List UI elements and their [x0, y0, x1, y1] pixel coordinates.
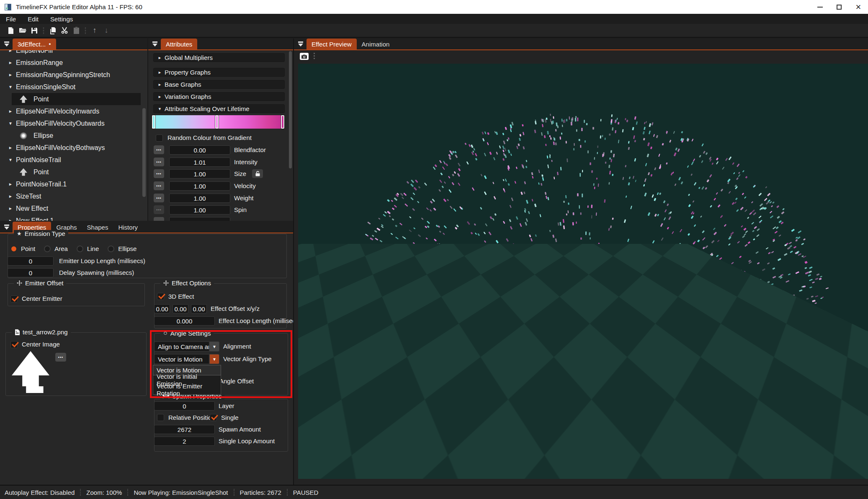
preview-options-menu[interactable]: [314, 53, 315, 59]
relative-position-checkbox[interactable]: [157, 414, 164, 421]
radio-button[interactable]: [10, 246, 17, 252]
expander-icon[interactable]: ▼: [8, 158, 15, 162]
screenshot-button[interactable]: [300, 53, 309, 60]
move-down-button[interactable]: ↓: [100, 25, 112, 36]
tree-item-pointnoisetrail[interactable]: ▼PointNoiseTrail: [0, 154, 141, 166]
section-property-graphs[interactable]: ►Property Graphs: [153, 68, 285, 77]
effect-offset-y-field[interactable]: 0.00: [173, 304, 188, 313]
delay-spawning-field[interactable]: 0: [8, 268, 54, 277]
shape-menu-button[interactable]: •••: [55, 353, 66, 362]
expander-icon[interactable]: ►: [8, 50, 15, 53]
tree-item-emissionsingleshot[interactable]: ▼EmissionSingleShot: [0, 81, 141, 93]
attributes-scrollbar[interactable]: [289, 51, 292, 168]
velocity-field[interactable]: 1.00: [169, 181, 230, 191]
tree-item-new-effect-1[interactable]: ►New Effect 1: [0, 215, 141, 221]
layer-field[interactable]: 0: [154, 401, 215, 411]
save-button[interactable]: [28, 25, 40, 36]
menu-file[interactable]: File: [0, 16, 22, 23]
section-variation-graphs[interactable]: ►Variation Graphs: [153, 92, 285, 101]
vector-align-dropdown-button[interactable]: ▼: [209, 354, 219, 364]
weight-field[interactable]: 1.00: [169, 194, 230, 203]
tree-item-sizetest[interactable]: ►SizeTest: [0, 190, 141, 202]
tree-scrollbar[interactable]: [142, 108, 146, 197]
tree-item-emissionrange[interactable]: ►EmissionRange: [0, 57, 141, 69]
effect-preview-viewport[interactable]: [298, 64, 868, 479]
panel-menu-icon[interactable]: [4, 41, 9, 47]
random-colour-checkbox[interactable]: [156, 134, 163, 142]
tab-shapes[interactable]: Shapes: [82, 222, 113, 233]
effect-offset-x-field[interactable]: 0.00: [154, 304, 170, 313]
attribute-menu-button[interactable]: •••: [154, 169, 164, 178]
tree-item-ellipsenofillvelocityoutwards[interactable]: ▼EllipseNoFillVelocityOutwards: [0, 117, 141, 129]
expander-icon[interactable]: ►: [8, 206, 15, 211]
attribute-menu-button[interactable]: •••: [154, 145, 164, 154]
lock-button[interactable]: [252, 169, 263, 178]
tab-3deffect[interactable]: 3dEffect... ●: [13, 39, 56, 49]
attribute-menu-button[interactable]: •••: [154, 205, 164, 214]
gradient-handle-right[interactable]: [281, 115, 284, 129]
tree-item-new-effect[interactable]: ►New Effect: [0, 202, 141, 215]
tree-item-ellipsenofill[interactable]: ►EllipseNoFill: [0, 50, 141, 57]
emission-type-area[interactable]: Area: [44, 245, 68, 252]
spawn-amount-field[interactable]: 2672: [154, 425, 215, 434]
blendfactor-field[interactable]: 0.00: [169, 145, 230, 155]
expander-icon[interactable]: ►: [8, 145, 15, 150]
expander-icon[interactable]: ►: [8, 109, 15, 114]
move-up-button[interactable]: ↑: [89, 25, 100, 36]
intensity-field[interactable]: 1.01: [169, 158, 230, 167]
tab-effect-preview[interactable]: Effect Preview: [307, 39, 357, 49]
alignment-dropdown[interactable]: Align to Camera and: [154, 341, 209, 352]
expander-icon[interactable]: ▼: [8, 121, 15, 126]
radio-button[interactable]: [77, 246, 83, 252]
tab-attributes[interactable]: Attributes: [161, 39, 197, 49]
section-base-graphs[interactable]: ►Base Graphs: [153, 80, 285, 89]
spin-field[interactable]: 1.00: [169, 205, 230, 215]
close-button[interactable]: ×: [849, 0, 868, 14]
open-file-button[interactable]: [17, 25, 28, 36]
effect-loop-length-field[interactable]: 0.000: [154, 316, 215, 326]
attribute-menu-button[interactable]: •••: [154, 158, 164, 166]
panel-menu-icon[interactable]: [152, 41, 157, 47]
tree-item-point[interactable]: Point: [0, 93, 141, 105]
single-loop-amount-field[interactable]: 2: [154, 437, 215, 446]
center-image-checkbox[interactable]: [10, 341, 18, 348]
panel-menu-icon[interactable]: [298, 41, 303, 47]
tree-item-point[interactable]: Point: [0, 166, 141, 178]
emission-type-line[interactable]: Line: [77, 245, 99, 252]
emitter-loop-length-field[interactable]: 0: [8, 256, 54, 266]
size-field[interactable]: 1.00: [169, 169, 230, 178]
radio-button[interactable]: [108, 246, 114, 252]
radio-button[interactable]: [44, 246, 51, 252]
expander-icon[interactable]: ►: [8, 72, 15, 77]
tree-item-ellipsenofillvelocityinwards[interactable]: ►EllipseNoFillVelocityInwards: [0, 105, 141, 117]
menu-edit[interactable]: Edit: [22, 16, 44, 23]
menu-settings[interactable]: Settings: [44, 16, 79, 23]
copy-button[interactable]: [47, 25, 59, 36]
expander-icon[interactable]: ►: [8, 182, 15, 186]
emission-type-point[interactable]: Point: [10, 245, 35, 252]
minimize-button[interactable]: [810, 0, 829, 14]
new-file-button[interactable]: [5, 25, 17, 36]
section-attribute-scaling-over-lifetime[interactable]: ▼Attribute Scaling Over Lifetime: [153, 104, 285, 113]
section-global-multipliers[interactable]: ►Global Multipliers: [153, 53, 285, 62]
attribute-menu-button[interactable]: •••: [154, 181, 164, 190]
expander-icon[interactable]: ►: [8, 194, 15, 199]
center-emitter-checkbox[interactable]: [10, 295, 18, 303]
single-checkbox[interactable]: [210, 414, 217, 421]
tree-item-emissionrangespinningstretch[interactable]: ►EmissionRangeSpinningStretch: [0, 69, 141, 81]
attribute-menu-button[interactable]: •••: [154, 194, 164, 202]
gradient-handle-left[interactable]: [152, 115, 155, 129]
expander-icon[interactable]: ►: [8, 60, 15, 65]
panel-menu-icon[interactable]: [4, 225, 9, 230]
gradient-handle-middle[interactable]: [215, 115, 219, 129]
paste-button[interactable]: [70, 25, 82, 36]
dropdown-option-vector-is-emitter-rotation[interactable]: Vector is Emitter Rotation: [153, 385, 221, 394]
cut-button[interactable]: [59, 25, 70, 36]
tree-item-ellipse[interactable]: Ellipse: [0, 129, 141, 142]
tab-history[interactable]: History: [113, 222, 143, 233]
alignment-dropdown-button[interactable]: ▼: [209, 341, 219, 352]
tree-item-ellipsenofillvelocitybothways[interactable]: ►EllipseNoFillVelocityBothways: [0, 142, 141, 154]
tab-animation[interactable]: Animation: [357, 39, 395, 49]
emission-type-ellipse[interactable]: Ellipse: [108, 245, 137, 252]
expander-icon[interactable]: ▼: [8, 85, 15, 89]
